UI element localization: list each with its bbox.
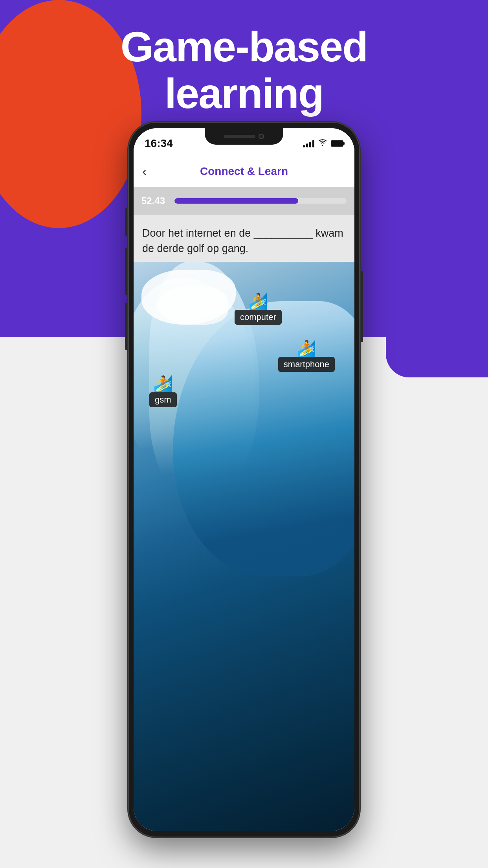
phone-btn-vol-up bbox=[125, 248, 127, 295]
progress-bar-track bbox=[174, 198, 347, 204]
question-text: Door het internet en de __________ kwam … bbox=[142, 226, 346, 256]
back-button[interactable]: ‹ bbox=[142, 164, 147, 179]
phone-mockup: 16:34 bbox=[128, 122, 360, 837]
phone-screen: 16:34 bbox=[134, 128, 354, 831]
surfer-emoji-gsm: 🏄 bbox=[153, 376, 173, 392]
notch-speaker bbox=[224, 135, 255, 138]
question-area: Door het internet en de __________ kwam … bbox=[134, 215, 354, 267]
surfer-smartphone[interactable]: 🏄 smartphone bbox=[278, 340, 335, 372]
word-label-computer: computer bbox=[235, 310, 282, 325]
hero-title: Game-based learning bbox=[0, 24, 488, 117]
bg-purple-corner bbox=[386, 275, 488, 377]
nav-bar: ‹ Connect & Learn bbox=[134, 156, 354, 187]
progress-area: 52.43 bbox=[134, 187, 354, 215]
surfer-emoji-computer: 🏄 bbox=[248, 293, 268, 309]
word-label-gsm: gsm bbox=[149, 392, 177, 407]
hero-title-text: Game-based learning bbox=[121, 23, 367, 117]
phone-btn-power bbox=[361, 271, 363, 342]
status-icons bbox=[303, 136, 343, 148]
progress-bar-fill bbox=[174, 198, 298, 204]
game-area[interactable]: 🏄 computer 🏄 smartphone 🏄 gsm bbox=[134, 262, 354, 831]
signal-icon bbox=[303, 140, 314, 147]
nav-title: Connect & Learn bbox=[200, 165, 288, 178]
phone-btn-silent bbox=[125, 208, 127, 236]
phone-outer: 16:34 bbox=[128, 122, 360, 837]
wifi-icon bbox=[318, 139, 327, 148]
notch-camera bbox=[259, 134, 264, 139]
battery-icon bbox=[331, 140, 343, 147]
word-label-smartphone: smartphone bbox=[278, 357, 335, 372]
surfer-gsm[interactable]: 🏄 gsm bbox=[149, 376, 177, 407]
status-time: 16:34 bbox=[145, 134, 173, 150]
foam-2 bbox=[157, 285, 228, 325]
progress-score: 52.43 bbox=[141, 195, 169, 206]
surfer-computer[interactable]: 🏄 computer bbox=[235, 293, 282, 325]
phone-btn-vol-down bbox=[125, 303, 127, 350]
surfer-emoji-smartphone: 🏄 bbox=[297, 340, 316, 356]
phone-notch bbox=[205, 128, 283, 145]
